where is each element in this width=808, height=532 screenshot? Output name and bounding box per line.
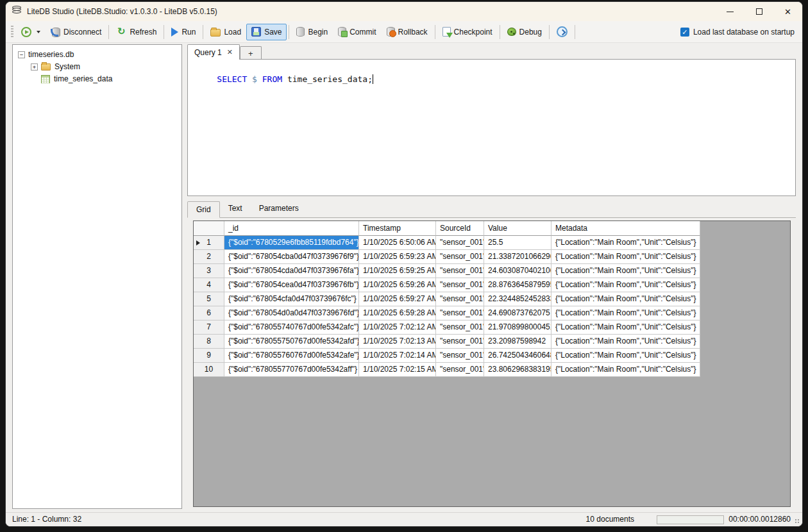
tree-expander-plus-icon[interactable]: + [31,63,38,71]
row-header-cell[interactable]: 7 [194,320,224,335]
grid-cell-timestamp[interactable]: 1/10/2025 6:59:25 AM [359,264,436,278]
grid-cell-_id[interactable]: {"$oid":"6780529e6fbb85119fdbd764"} [224,236,359,250]
shrink-button[interactable] [551,24,573,40]
grid-column-header-id[interactable]: _id [224,221,359,236]
grid-cell-sourceid[interactable]: "sensor_001" [436,306,484,320]
maximize-button[interactable] [745,2,773,21]
grid-cell-sourceid[interactable]: "sensor_001" [436,278,484,292]
row-header-cell[interactable]: 6 [194,306,224,320]
row-header-cell[interactable]: 1 [194,236,224,250]
grid-column-header-SourceId[interactable]: SourceId [436,221,484,236]
row-header-cell[interactable]: 8 [194,335,224,349]
grid-cell-sourceid[interactable]: "sensor_001" [436,250,484,264]
row-header-cell[interactable]: 5 [194,292,224,306]
grid-cell-value[interactable]: 22.3244852452833 [484,292,551,306]
grid-cell-timestamp[interactable]: 1/10/2025 7:02:14 AM [359,349,436,363]
grid-cell-_id[interactable]: {"$oid":"678054cfa0d47f03739676fc"} [224,292,359,306]
debug-button[interactable]: Debug [502,24,547,40]
grid-cell-timestamp[interactable]: 1/10/2025 7:02:13 AM [359,335,436,349]
grid-column-header-Metadata[interactable]: Metadata [551,221,700,236]
grid-cell-sourceid[interactable]: "sensor_001" [436,292,484,306]
tab-parameters[interactable]: Parameters [251,201,307,217]
tree-item-system[interactable]: +System [13,61,181,72]
resize-grip-icon[interactable] [795,519,800,524]
tab-grid[interactable]: Grid [187,201,220,218]
tree-item-timeseries-db[interactable]: −timeseries.db [13,49,181,60]
grid-cell-_id[interactable]: {"$oid":"678054d0a0d47f03739676fd"} [224,306,359,320]
grid-column-header-Timestamp[interactable]: Timestamp [359,221,436,236]
grid-cell-sourceid[interactable]: "sensor_001" [436,335,484,349]
grid-cell-value[interactable]: 25.5 [484,236,551,250]
debug-icon [507,28,516,36]
row-header-cell[interactable]: 3 [194,264,224,278]
grid-cell-metadata[interactable]: {"Location":"Main Room","Unit":"Celsius"… [551,278,700,292]
grid-cell-timestamp[interactable]: 1/10/2025 6:59:26 AM [359,278,436,292]
grid-cell-timestamp[interactable]: 1/10/2025 7:02:12 AM [359,320,436,335]
run-button[interactable]: Run [166,24,201,40]
grid-cell-sourceid[interactable]: "sensor_001" [436,264,484,278]
save-button[interactable]: Save [246,24,287,40]
grid-cell-timestamp[interactable]: 1/10/2025 7:02:15 AM [359,363,436,377]
commit-button[interactable]: Commit [333,24,381,40]
grid-cell-_id[interactable]: {"$oid":"678054cba0d47f03739676f9"} [224,250,359,264]
tree-expander-minus-icon[interactable]: − [18,51,25,58]
startup-checkbox[interactable]: ✓ [680,28,689,37]
grid-cell-_id[interactable]: {"$oid":"678054cda0d47f03739676fa"} [224,264,359,278]
grid-cell-metadata[interactable]: {"Location":"Main Room","Unit":"Celsius"… [551,250,700,264]
grid-cell-value[interactable]: 26.7425043460648 [484,349,551,363]
grid-cell-_id[interactable]: {"$oid":"678055760767d00fe5342afe"} [224,349,359,363]
grid-cell-metadata[interactable]: {"Location":"Main Room","Unit":"Celsius"… [551,349,700,363]
grid-cell-metadata[interactable]: {"Location":"Main Room","Unit":"Celsius"… [551,306,700,320]
grid-column-header-Value[interactable]: Value [484,221,551,236]
load-button[interactable]: Load [205,24,246,40]
grid-cell-timestamp[interactable]: 1/10/2025 6:59:27 AM [359,292,436,306]
sql-token-plain [257,74,262,84]
grid-cell-value[interactable]: 28.8763645879595 [484,278,551,292]
toolbar-separator [164,25,164,39]
minimize-button[interactable] [716,2,745,21]
grid-cell-value[interactable]: 23.20987598942 [484,335,551,349]
connect-button[interactable] [16,24,46,40]
grid-cell-sourceid[interactable]: "sensor_001" [436,236,484,250]
tree-item-time-series-data[interactable]: time_series_data [13,73,181,85]
grid-cell-value[interactable]: 21.9708998000451 [484,320,551,335]
grid-cell-metadata[interactable]: {"Location":"Main Room","Unit":"Celsius"… [551,292,700,306]
grid-cell-_id[interactable]: {"$oid":"678054cea0d47f03739676fb"} [224,278,359,292]
sql-editor[interactable]: SELECT $ FROM time_series_data; [187,59,796,196]
grid-cell-metadata[interactable]: {"Location":"Main Room","Unit":"Celsius"… [551,264,700,278]
grid-cell-sourceid[interactable]: "sensor_001" [436,320,484,335]
row-header-cell[interactable]: 10 [194,363,224,377]
tab-text[interactable]: Text [220,201,251,217]
grid-cell-_id[interactable]: {"$oid":"678055770767d00fe5342aff"} [224,363,359,377]
row-header-cell[interactable]: 9 [194,349,224,363]
dropdown-arrow-icon [37,31,40,33]
rollback-button[interactable]: Rollback [382,24,433,40]
grid-cell-metadata[interactable]: {"Location":"Main Room","Unit":"Celsius"… [551,236,700,250]
tab-close-icon[interactable]: ✕ [227,48,233,56]
grid-cell-metadata[interactable]: {"Location":"Main Room","Unit":"Celsius"… [551,363,700,377]
grid-cell-value[interactable]: 24.6030870402106 [484,264,551,278]
grid-cell-timestamp[interactable]: 1/10/2025 6:59:28 AM [359,306,436,320]
begin-button[interactable]: Begin [291,24,333,40]
grid-cell-metadata[interactable]: {"Location":"Main Room","Unit":"Celsius"… [551,320,700,335]
grid-cell-_id[interactable]: {"$oid":"678055740767d00fe5342afc"} [224,320,359,335]
row-header-cell[interactable]: 2 [194,250,224,264]
grid-cell-value[interactable]: 21.3387201066296 [484,250,551,264]
grid-cell-timestamp[interactable]: 1/10/2025 6:50:06 AM [359,236,436,250]
query-tab[interactable]: Query 1✕ [187,44,240,60]
grid-cell-value[interactable]: 23.8062968383195 [484,363,551,377]
refresh-button[interactable]: ↻Refresh [111,24,162,40]
grid-cell-timestamp[interactable]: 1/10/2025 6:59:23 AM [359,250,436,264]
checkpoint-button[interactable]: Checkpoint [437,24,498,40]
sql-query-text: SELECT $ FROM time_series_data; [217,74,373,84]
row-header-cell[interactable]: 4 [194,278,224,292]
grid-cell-sourceid[interactable]: "sensor_001" [436,349,484,363]
results-grid[interactable]: _idTimestampSourceIdValueMetadata1{"$oid… [193,220,791,507]
close-button[interactable]: ✕ [773,2,802,21]
disconnect-button[interactable]: Disconnect [46,24,106,40]
grid-cell-sourceid[interactable]: "sensor_001" [436,363,484,377]
grid-cell-metadata[interactable]: {"Location":"Main Room","Unit":"Celsius"… [551,335,700,349]
add-query-tab[interactable]: + [240,46,262,60]
grid-cell-value[interactable]: 24.690873762075 [484,306,551,320]
grid-cell-_id[interactable]: {"$oid":"678055750767d00fe5342afd"} [224,335,359,349]
